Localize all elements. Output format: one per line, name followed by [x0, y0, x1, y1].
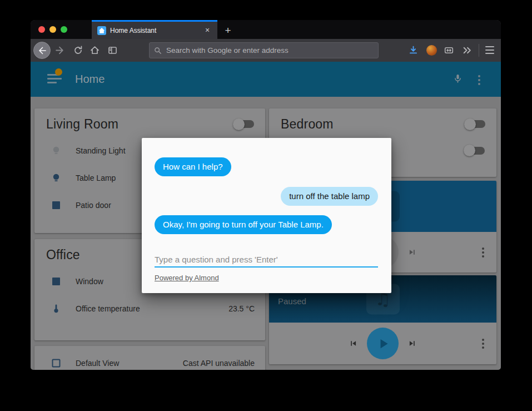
- entity-name: Office temperature: [76, 304, 140, 313]
- home-icon: [90, 46, 100, 55]
- media-status-text: Paused: [278, 296, 306, 306]
- sidebar-button[interactable]: [108, 46, 117, 55]
- forward-arrow-icon: [55, 46, 64, 55]
- download-icon: [409, 46, 418, 55]
- media-overflow-menu-button[interactable]: [482, 247, 484, 258]
- entity-name: Patio door: [76, 201, 111, 210]
- zoom-window-button[interactable]: [61, 26, 67, 33]
- user-message-bubble: turn off the table lamp: [281, 187, 378, 206]
- entity-name: Default View: [76, 359, 119, 368]
- play-icon: [376, 336, 391, 351]
- window-controls: [38, 26, 67, 33]
- toolbar-separator: [479, 44, 479, 57]
- office-title: Office: [46, 247, 80, 263]
- checkbox-outline-icon[interactable]: [51, 358, 61, 368]
- app-header: Home: [31, 62, 501, 97]
- entity-name: Window: [76, 277, 103, 286]
- bedroom-title: Bedroom: [281, 117, 334, 132]
- header-overflow-menu-button[interactable]: [478, 75, 480, 85]
- powered-by-almond-link[interactable]: Powered by Almond: [155, 274, 219, 282]
- temperature-value: 23.5 °C: [228, 304, 265, 313]
- extension-icon: [444, 46, 454, 55]
- search-icon: [154, 47, 162, 55]
- extension-button[interactable]: [444, 46, 454, 55]
- microphone-button[interactable]: [453, 73, 463, 86]
- home-assistant-favicon: [97, 26, 106, 35]
- lightbulb-icon[interactable]: [51, 146, 61, 156]
- assistant-message-bubble: How can I help?: [155, 157, 231, 176]
- living-room-toggle[interactable]: [234, 120, 254, 128]
- page-title: Home: [75, 73, 105, 86]
- entity-row-office-temperature: Office temperature 23.5 °C: [34, 295, 265, 322]
- address-bar-placeholder: Search with Google or enter address: [166, 46, 289, 55]
- reload-button[interactable]: [73, 46, 83, 55]
- tab-title: Home Assistant: [110, 27, 202, 34]
- sidebar-menu-button[interactable]: [47, 74, 62, 85]
- skip-next-button[interactable]: [407, 339, 417, 348]
- overflow-chevron-button[interactable]: [463, 46, 472, 55]
- media-overflow-menu-button[interactable]: [482, 339, 484, 349]
- home-assistant-page: Home Living Room: [31, 62, 501, 370]
- reload-icon: [73, 46, 83, 55]
- close-window-button[interactable]: [38, 26, 45, 33]
- back-arrow-icon: [38, 46, 47, 55]
- browser-tab-home-assistant[interactable]: Home Assistant ×: [92, 20, 217, 39]
- back-button[interactable]: [33, 42, 51, 59]
- account-avatar[interactable]: [426, 45, 437, 56]
- minimize-window-button[interactable]: [49, 26, 56, 33]
- voice-assistant-dialog: How can I help? turn off the table lamp …: [142, 138, 391, 293]
- sidebar-icon: [108, 46, 117, 55]
- thermometer-icon[interactable]: [51, 304, 61, 314]
- notification-badge: [55, 68, 62, 76]
- home-button[interactable]: [90, 46, 100, 55]
- entity-name: Table Lamp: [76, 174, 116, 182]
- door-square-icon[interactable]: [51, 200, 61, 210]
- entity-name: Standing Light: [76, 146, 126, 155]
- address-bar[interactable]: Search with Google or enter address: [149, 42, 379, 58]
- desktop-background: Home Assistant × +: [0, 0, 532, 411]
- microphone-icon: [453, 73, 463, 84]
- window-square-icon[interactable]: [51, 276, 61, 286]
- cast-status-text: Cast API unavailable: [183, 359, 265, 368]
- browser-titlebar: Home Assistant × +: [31, 20, 501, 39]
- close-tab-icon[interactable]: ×: [202, 25, 213, 36]
- double-chevron-icon: [463, 46, 472, 55]
- bedroom-toggle[interactable]: [465, 120, 485, 128]
- entity-row-default-view: Default View Cast API unavailable: [34, 346, 265, 370]
- media-controls: [269, 323, 496, 364]
- new-tab-button[interactable]: +: [222, 24, 234, 37]
- chat-input[interactable]: [155, 252, 378, 268]
- living-room-title: Living Room: [46, 117, 118, 132]
- play-button[interactable]: [367, 328, 399, 359]
- default-view-card: Default View Cast API unavailable: [34, 346, 265, 370]
- assistant-message-bubble: Okay, I'm going to turn off your Table L…: [155, 215, 332, 234]
- forward-button[interactable]: [55, 46, 64, 55]
- skip-next-button[interactable]: [407, 247, 417, 257]
- downloads-button[interactable]: [409, 46, 418, 55]
- browser-window: Home Assistant × +: [31, 20, 501, 370]
- lightbulb-icon[interactable]: [51, 173, 61, 183]
- browser-toolbar: Search with Google or enter address: [31, 39, 501, 62]
- skip-previous-button[interactable]: [349, 339, 358, 348]
- bedroom-light-toggle[interactable]: [465, 147, 485, 155]
- menu-button[interactable]: [485, 46, 494, 54]
